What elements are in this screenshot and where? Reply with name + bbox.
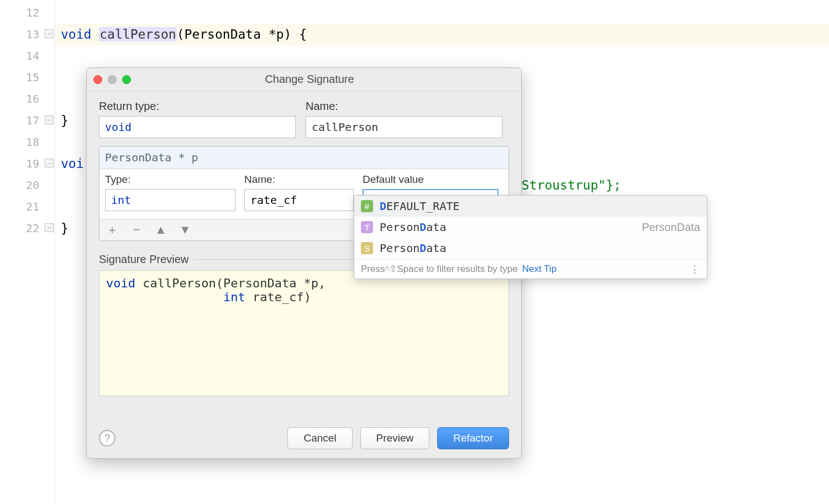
completion-popup: # DEFAULT_RATE T PersonData PersonData S… [354, 195, 707, 279]
struct-icon: S [361, 242, 373, 254]
line-number: 20 [0, 175, 55, 196]
line-number: 16 [0, 88, 55, 110]
line-number: 17− [0, 110, 55, 132]
param-name-label: Name: [244, 174, 354, 186]
param-type-label: Type: [105, 174, 235, 186]
window-close-icon[interactable] [93, 75, 102, 84]
parameter-row-header[interactable]: PersonData * p [99, 146, 508, 169]
fold-icon[interactable]: − [45, 159, 54, 167]
param-default-label: Default value [363, 174, 499, 186]
completion-item[interactable]: T PersonData PersonData [354, 217, 707, 238]
code-text: } [61, 221, 69, 235]
line-number: 18 [0, 132, 55, 153]
more-options-icon[interactable]: ⋮ [690, 263, 700, 275]
line-number: 21 [0, 196, 55, 218]
preview-button[interactable]: Preview [360, 427, 430, 449]
next-tip-link[interactable]: Next Tip [522, 264, 557, 275]
move-up-icon[interactable]: ▲ [154, 223, 168, 237]
add-param-icon[interactable]: ＋ [105, 223, 119, 237]
signature-preview-label: Signature Preview [99, 253, 188, 266]
function-name: callPerson [99, 27, 176, 41]
type-icon: T [361, 221, 373, 233]
move-down-icon[interactable]: ▼ [178, 223, 192, 237]
titlebar[interactable]: Change Signature [87, 68, 521, 91]
completion-footer: Press ^⇧Space to filter results by type … [354, 259, 707, 279]
shortcut-icon: ^⇧ [385, 263, 397, 275]
macro-icon: # [361, 200, 373, 212]
code-text: } [61, 113, 69, 128]
name-label: Name: [306, 100, 502, 113]
fold-icon[interactable]: − [45, 116, 54, 124]
line-number: 15 [0, 67, 55, 88]
return-type-input[interactable] [99, 116, 296, 138]
dialog-title: Change Signature [104, 73, 515, 86]
name-input[interactable] [306, 116, 502, 138]
param-type-input[interactable] [105, 189, 235, 211]
code-text: (PersonData *p) { [177, 27, 307, 41]
completion-type-hint: PersonData [642, 221, 700, 234]
fold-icon[interactable]: − [45, 223, 54, 232]
help-button[interactable]: ? [99, 430, 116, 447]
line-number: 22− [0, 218, 55, 239]
gutter: 12 13− 14 15 16 17− 18 19− 20 21 22− [0, 0, 55, 504]
keyword: void [61, 27, 91, 41]
line-number: 19− [0, 153, 55, 175]
line-number: 14 [0, 45, 55, 67]
line-number: 12 [0, 2, 55, 24]
completion-item[interactable]: S PersonData [354, 238, 707, 259]
refactor-button[interactable]: Refactor [437, 427, 509, 449]
completion-item[interactable]: # DEFAULT_RATE [354, 196, 707, 217]
return-type-label: Return type: [99, 100, 296, 113]
fold-icon[interactable]: − [45, 29, 54, 38]
keyword: voi [61, 156, 84, 171]
cancel-button[interactable]: Cancel [287, 427, 352, 449]
param-name-input[interactable] [244, 189, 354, 211]
line-number: 13− [0, 24, 55, 45]
signature-preview: void callPerson(PersonData *p, int rate_… [99, 270, 509, 396]
remove-param-icon[interactable]: − [129, 223, 144, 237]
